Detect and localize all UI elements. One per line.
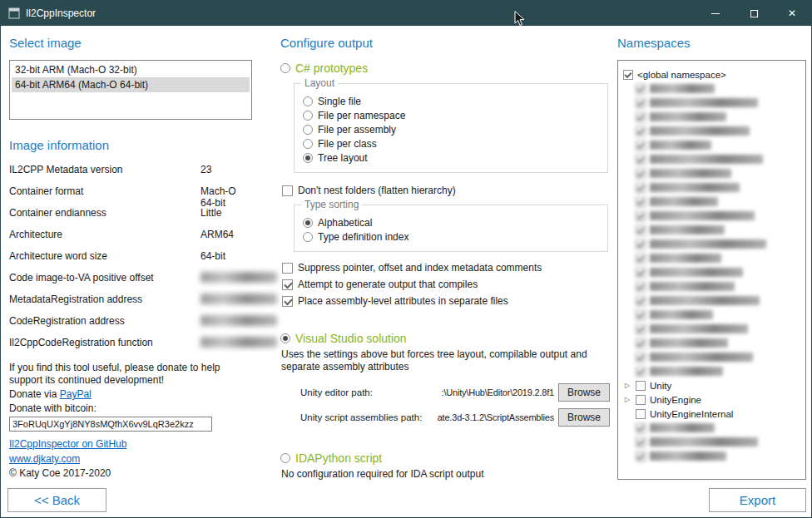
script-assemblies-path-value[interactable]: ate.3d-3.1.2\ScriptAssemblies — [432, 412, 558, 422]
checkbox-icon[interactable] — [636, 211, 646, 221]
namespace-item[interactable]: UnityEngineInternal — [623, 407, 800, 421]
checkbox-icon[interactable] — [636, 112, 646, 122]
csharp-prototypes-radio[interactable]: C# prototypes — [280, 62, 610, 75]
namespace-item[interactable] — [623, 81, 800, 96]
browse-assemblies-path-button[interactable]: Browse — [558, 408, 610, 427]
website-link[interactable]: www.djkaty.com — [9, 453, 80, 465]
namespace-item[interactable] — [623, 124, 800, 138]
checkbox-icon[interactable] — [636, 353, 646, 363]
checkbox-icon[interactable] — [636, 395, 646, 405]
namespace-item[interactable]: <global namespace> — [623, 67, 800, 81]
checkbox-icon[interactable] — [636, 126, 646, 136]
checkbox-icon[interactable] — [636, 338, 646, 348]
checkbox-icon[interactable] — [636, 268, 646, 278]
namespace-item[interactable] — [623, 336, 800, 350]
namespace-list[interactable]: <global namespace>▷Unity▷UnityEngineUnit… — [617, 60, 806, 480]
radio-icon — [303, 232, 313, 242]
checkbox-icon[interactable] — [636, 296, 646, 306]
browse-editor-path-button[interactable]: Browse — [558, 383, 610, 402]
radio-option[interactable]: Alphabetical — [303, 216, 599, 229]
checkbox-icon[interactable] — [636, 423, 646, 433]
checkbox-icon[interactable] — [636, 310, 646, 320]
namespace-item[interactable] — [623, 251, 800, 265]
checkbox-icon[interactable] — [636, 239, 646, 249]
checkbox-icon[interactable] — [636, 225, 646, 235]
namespace-item[interactable] — [623, 421, 800, 435]
namespace-item[interactable] — [623, 294, 800, 308]
flatten-hierarchy-checkbox[interactable]: Don't nest folders (flatten hierarchy) — [282, 185, 610, 196]
namespace-item[interactable] — [623, 322, 800, 336]
radio-option[interactable]: Type definition index — [303, 230, 599, 244]
checkbox-icon[interactable] — [636, 437, 646, 447]
checkbox-icon[interactable] — [636, 367, 646, 377]
image-listbox[interactable]: 32-bit ARM (Mach-O 32-bit)64-bit ARM64 (… — [9, 60, 252, 120]
checkbox-icon[interactable] — [636, 98, 646, 108]
checkbox-icon[interactable] — [636, 197, 646, 207]
namespace-item[interactable]: ▷UnityEngine — [623, 392, 800, 407]
namespace-item[interactable]: ▷Unity — [623, 378, 800, 392]
namespace-item[interactable] — [623, 166, 800, 180]
expander-icon[interactable]: ▷ — [623, 397, 631, 403]
radio-option[interactable]: Single file — [303, 95, 599, 108]
checkbox-icon[interactable] — [636, 169, 646, 179]
namespace-item[interactable] — [623, 138, 800, 152]
namespace-item[interactable] — [623, 209, 800, 223]
namespace-item[interactable] — [623, 279, 800, 294]
export-button[interactable]: Export — [709, 488, 806, 512]
checkbox-icon[interactable] — [636, 409, 646, 419]
titlebar[interactable]: Il2CppInspector ✕ — [1, 1, 811, 26]
namespace-item[interactable] — [623, 350, 800, 364]
radio-option[interactable]: File per namespace — [303, 109, 599, 122]
checkbox-icon[interactable] — [636, 254, 646, 264]
info-value — [201, 337, 277, 350]
namespace-item[interactable] — [623, 96, 800, 110]
namespace-item[interactable] — [623, 308, 800, 322]
listbox-item[interactable]: 32-bit ARM (Mach-O 32-bit) — [12, 62, 250, 77]
namespace-item[interactable] — [623, 110, 800, 124]
namespace-item[interactable] — [623, 152, 800, 166]
close-button[interactable]: ✕ — [773, 1, 811, 26]
csharp-prototypes-label: C# prototypes — [295, 62, 368, 75]
minimize-button[interactable] — [696, 1, 735, 26]
redacted-namespace — [650, 268, 743, 277]
checkbox-icon[interactable] — [636, 451, 646, 461]
bitcoin-address-input[interactable] — [9, 417, 212, 432]
back-button[interactable]: << Back — [7, 488, 106, 512]
checkbox-icon[interactable] — [636, 381, 646, 391]
namespace-label: Unity — [650, 381, 671, 391]
github-link[interactable]: Il2CppInspector on GitHub — [9, 438, 126, 450]
checkbox-icon[interactable] — [623, 70, 633, 80]
maximize-button[interactable] — [735, 1, 773, 26]
checkbox-option[interactable]: Place assembly-level attributes in separ… — [282, 295, 610, 307]
expander-icon[interactable]: ▷ — [623, 382, 631, 389]
checkbox-icon[interactable] — [636, 282, 646, 292]
namespace-item[interactable] — [623, 265, 800, 279]
info-row: MetadataRegistration address — [9, 294, 252, 315]
namespace-item[interactable] — [623, 449, 800, 463]
app-window: Il2CppInspector ✕ Select image 32-bit AR… — [0, 0, 812, 518]
checkbox-icon[interactable] — [636, 84, 646, 94]
image-info-heading: Image information — [9, 138, 252, 152]
checkbox-option[interactable]: Suppress pointer, offset and index metad… — [282, 262, 610, 274]
checkbox-icon[interactable] — [636, 141, 646, 150]
namespace-item[interactable] — [623, 180, 800, 195]
radio-option[interactable]: File per class — [303, 137, 599, 150]
visual-studio-radio[interactable]: Visual Studio solution — [280, 332, 610, 345]
idapython-script-radio[interactable]: IDAPython script — [280, 451, 610, 465]
checkbox-icon[interactable] — [636, 183, 646, 193]
namespace-item[interactable] — [623, 237, 800, 251]
paypal-link[interactable]: PayPal — [60, 388, 92, 400]
checkbox-option[interactable]: Attempt to generate output that compiles — [282, 279, 610, 290]
redacted-namespace — [650, 254, 721, 263]
radio-option[interactable]: Tree layout — [303, 151, 599, 165]
listbox-item[interactable]: 64-bit ARM64 (Mach-O 64-bit) — [12, 77, 250, 92]
namespace-item[interactable] — [623, 364, 800, 378]
radio-option[interactable]: File per assembly — [303, 123, 599, 136]
namespace-item[interactable] — [623, 195, 800, 209]
unity-editor-path-value[interactable]: :\Unity\Hub\Editor\2019.2.8f1 — [432, 387, 558, 397]
checkbox-icon[interactable] — [636, 324, 646, 334]
checkbox-icon[interactable] — [636, 155, 646, 165]
copyright-text: © Katy Coe 2017-2020 — [9, 467, 252, 479]
namespace-item[interactable] — [623, 435, 800, 449]
namespace-item[interactable] — [623, 223, 800, 237]
